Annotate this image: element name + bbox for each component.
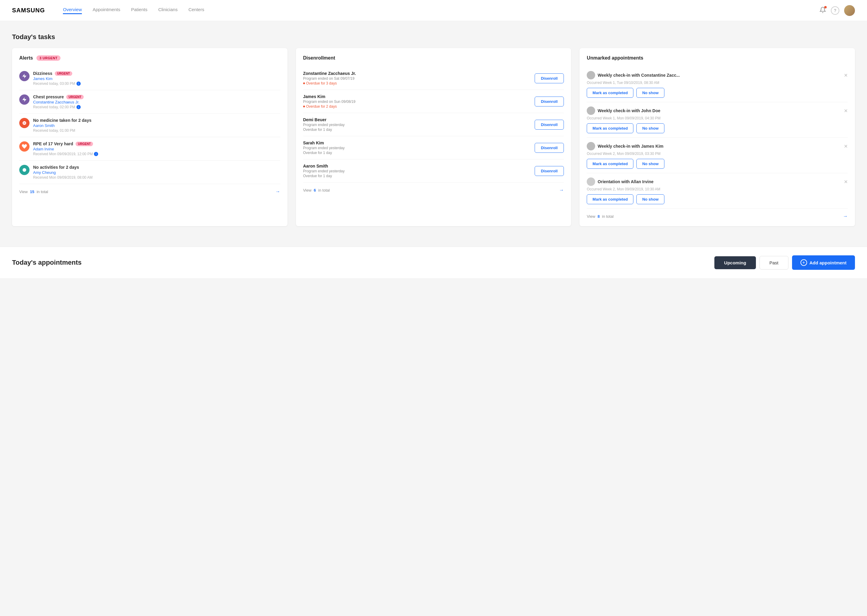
overdue-indicator: Overdue for 2 days	[303, 104, 356, 108]
alert-content: Dizziness URGENT James Kim Received toda…	[33, 71, 280, 86]
disenroll-button[interactable]: Disenroll	[534, 166, 564, 176]
overdue-indicator: Overdue for 3 days	[303, 81, 356, 85]
appt-actions: Mark as completed No show	[587, 88, 848, 98]
overdue-indicator: Overdue for 1 day	[303, 174, 345, 178]
mark-completed-button[interactable]: Mark as completed	[587, 159, 634, 169]
alert-patient[interactable]: Amy Cheung	[33, 170, 280, 175]
appt-item: Weekly check-in with James Kim ✕ Occurre…	[587, 138, 848, 173]
disenrollment-view-arrow[interactable]: →	[559, 187, 564, 193]
alert-title: RPE of 17 Very hard URGENT	[33, 141, 280, 146]
appt-avatar	[587, 107, 595, 115]
tasks-grid: Alerts 3 URGENT Dizziness URGENT James K…	[12, 48, 855, 226]
nav-overview[interactable]: Overview	[63, 7, 82, 14]
alert-time: Received today, 01:00 PM	[33, 129, 280, 133]
past-button[interactable]: Past	[760, 256, 788, 269]
plus-icon: +	[801, 259, 807, 266]
help-icon[interactable]: ?	[831, 6, 839, 15]
alert-content: No medicine taken for 2 days Aaron Smith…	[33, 118, 280, 133]
alert-item: No medicine taken for 2 days Aaron Smith…	[19, 114, 280, 137]
appt-title: Weekly check-in with James Kim	[587, 142, 663, 150]
alert-title: Chest pressure URGENT	[33, 94, 280, 99]
info-icon[interactable]: i	[76, 105, 81, 109]
upcoming-button[interactable]: Upcoming	[714, 256, 756, 269]
alert-title: No medicine taken for 2 days	[33, 118, 280, 123]
alert-patient[interactable]: Constantine Zacchaeus Jr.	[33, 100, 280, 104]
notification-bell[interactable]	[820, 6, 826, 14]
disenrollment-header: Disenrollment	[303, 55, 564, 61]
disenroll-item: Aaron Smith Program ended yesterday Over…	[303, 159, 564, 182]
alert-time: Received Mon 09/09/2019, 08:00 AM	[33, 175, 280, 179]
overdue-indicator: Overdue for 1 day	[303, 127, 345, 132]
disenroll-button[interactable]: Disenroll	[534, 97, 564, 107]
notification-dot	[824, 6, 827, 8]
close-appt-button[interactable]: ✕	[844, 143, 848, 149]
nav-clinicians[interactable]: Clinicians	[158, 7, 178, 14]
overdue-dot	[303, 82, 305, 84]
no-show-button[interactable]: No show	[637, 159, 664, 169]
alert-time: Received today, 02:00 PM i	[33, 105, 280, 109]
alert-patient[interactable]: Aaron Smith	[33, 123, 280, 128]
logo: SAMSUNG	[12, 7, 45, 14]
alert-icon-activities	[19, 165, 30, 175]
alert-item: RPE of 17 Very hard URGENT Adam Irvine R…	[19, 137, 280, 160]
appt-header: Weekly check-in with Constantine Zacc...…	[587, 71, 848, 79]
appt-title: Orientation with Allan Irvine	[587, 178, 653, 186]
no-show-button[interactable]: No show	[637, 194, 664, 204]
alert-title: No activities for 2 days	[33, 165, 280, 170]
unmarked-appointments-card: Unmarked appointments Weekly check-in wi…	[580, 48, 855, 226]
appt-time: Occurred Week 2, Mon 09/09/2019, 03:30 P…	[587, 152, 848, 156]
disenroll-button[interactable]: Disenroll	[534, 73, 564, 83]
add-appointment-button[interactable]: + Add appointment	[792, 255, 855, 270]
alert-content: Chest pressure URGENT Constantine Zaccha…	[33, 94, 280, 109]
alerts-title: Alerts	[19, 55, 33, 61]
disenroll-item: Zonstantine Zacchaeus Jr. Program ended …	[303, 67, 564, 90]
tasks-title: Today's tasks	[12, 33, 855, 41]
avatar[interactable]	[844, 5, 855, 16]
disenroll-info: Sarah Kim Program ended yesterday Overdu…	[303, 140, 345, 155]
mark-completed-button[interactable]: Mark as completed	[587, 194, 634, 204]
appt-header: Weekly check-in with James Kim ✕	[587, 142, 848, 150]
disenroll-item: Sarah Kim Program ended yesterday Overdu…	[303, 136, 564, 159]
nav-centers[interactable]: Centers	[188, 7, 204, 14]
close-appt-button[interactable]: ✕	[844, 72, 848, 78]
no-show-button[interactable]: No show	[637, 88, 664, 98]
alert-patient[interactable]: James Kim	[33, 76, 280, 81]
alert-time: Received today, 03:00 PM i	[33, 82, 280, 86]
alert-icon-medicine	[19, 118, 30, 128]
disenroll-info: Zonstantine Zacchaeus Jr. Program ended …	[303, 71, 356, 85]
main-content: Today's tasks Alerts 3 URGENT Dizziness …	[0, 21, 867, 247]
overdue-dot	[303, 105, 305, 107]
close-appt-button[interactable]: ✕	[844, 179, 848, 185]
disenrollment-title: Disenrollment	[303, 55, 335, 61]
alert-item: Dizziness URGENT James Kim Received toda…	[19, 67, 280, 90]
no-show-button[interactable]: No show	[637, 123, 664, 133]
alerts-view-arrow[interactable]: →	[276, 189, 280, 194]
unmarked-view-all: View 8 in total →	[587, 214, 848, 219]
alert-item: Chest pressure URGENT Constantine Zaccha…	[19, 90, 280, 114]
unmarked-view-arrow[interactable]: →	[843, 214, 848, 219]
alert-icon-chest	[19, 94, 30, 105]
header-icons: ?	[820, 5, 855, 16]
urgent-sm-badge: URGENT	[76, 141, 93, 146]
alert-content: RPE of 17 Very hard URGENT Adam Irvine R…	[33, 141, 280, 156]
info-icon[interactable]: i	[94, 152, 98, 156]
header: SAMSUNG Overview Appointments Patients C…	[0, 0, 867, 21]
info-icon[interactable]: i	[76, 82, 81, 86]
appt-header: Weekly check-in with John Doe ✕	[587, 107, 848, 115]
disenroll-info: James Kim Program ended on Sun 09/08/19 …	[303, 94, 356, 108]
overdue-indicator: Overdue for 1 day	[303, 151, 345, 155]
disenroll-button[interactable]: Disenroll	[534, 120, 564, 130]
alerts-card: Alerts 3 URGENT Dizziness URGENT James K…	[12, 48, 287, 226]
nav-appointments[interactable]: Appointments	[93, 7, 120, 14]
main-nav: Overview Appointments Patients Clinician…	[63, 7, 820, 14]
nav-patients[interactable]: Patients	[131, 7, 147, 14]
mark-completed-button[interactable]: Mark as completed	[587, 123, 634, 133]
alerts-header: Alerts 3 URGENT	[19, 55, 280, 61]
mark-completed-button[interactable]: Mark as completed	[587, 88, 634, 98]
alert-patient[interactable]: Adam Irvine	[33, 147, 280, 151]
appt-actions: Mark as completed No show	[587, 194, 848, 204]
disenroll-button[interactable]: Disenroll	[534, 143, 564, 153]
appt-title: Weekly check-in with Constantine Zacc...	[587, 71, 680, 79]
appt-avatar	[587, 71, 595, 79]
close-appt-button[interactable]: ✕	[844, 108, 848, 114]
